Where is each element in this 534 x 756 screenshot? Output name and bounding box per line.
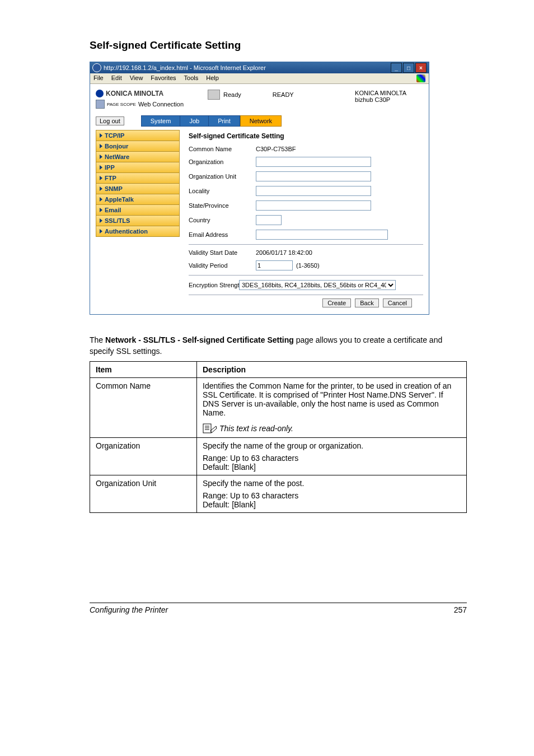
input-validity-period[interactable] (256, 260, 293, 270)
validity-range-hint: (1-3650) (296, 262, 320, 269)
menu-help[interactable]: Help (206, 74, 219, 82)
menu-edit[interactable]: Edit (111, 74, 122, 82)
ie-icon (92, 63, 101, 72)
sidebar-item-email[interactable]: Email (96, 205, 180, 216)
select-encryption[interactable]: 3DES_168bits, RC4_128bits, DES_56bits or… (239, 280, 396, 290)
value-common-name: C30P-C753BF (256, 146, 296, 152)
description-table: Item Description Common Name Identifies … (90, 361, 467, 513)
input-organization[interactable] (256, 157, 371, 167)
label-state: State/Province (189, 202, 256, 209)
input-country[interactable] (256, 215, 282, 225)
sidebar-item-ipp[interactable]: IPP (96, 162, 180, 173)
sidebar-item-authentication[interactable]: Authentication (96, 226, 180, 237)
menu-file[interactable]: File (93, 74, 104, 82)
body-paragraph: The Network - SSL/TLS - Self-signed Cert… (90, 335, 467, 357)
desc-range: Range: Up to 63 characters (203, 454, 461, 463)
sidebar-item-label: Email (105, 207, 121, 213)
label-email: Email Address (189, 231, 256, 238)
sidebar-item-label: NetWare (105, 153, 129, 160)
back-button[interactable]: Back (355, 298, 378, 307)
page-footer: Configuring the Printer 257 (90, 603, 467, 614)
desc-range: Range: Up to 63 characters (203, 491, 461, 500)
table-row: Organization Specify the name of the gro… (90, 438, 467, 475)
sidebar-item-label: AppleTalk (105, 196, 134, 203)
create-button[interactable]: Create (322, 298, 351, 307)
sidebar-item-label: FTP (105, 175, 116, 181)
sidebar-item-label: Bonjour (105, 143, 128, 150)
label-common-name: Common Name (189, 146, 256, 152)
desc-text: Specify the name of the post. (203, 479, 461, 488)
sidebar-item-label: TCP/IP (105, 132, 124, 139)
label-country: Country (189, 217, 256, 223)
sidebar-item-label: Authentication (105, 228, 148, 235)
chevron-right-icon (100, 208, 102, 212)
input-locality[interactable] (256, 186, 371, 196)
menu-favorites[interactable]: Favorites (151, 74, 176, 82)
sidebar-item-snmp[interactable]: SNMP (96, 184, 180, 194)
windows-flag-icon (416, 74, 425, 82)
webconnection-label: PAGE SCOPE Web Connection (96, 100, 196, 109)
header-brand-right: KONICA MINOLTA (355, 90, 406, 96)
sidebar-item-tcpip[interactable]: TCP/IP (96, 130, 180, 141)
note-icon (203, 423, 217, 434)
tab-system[interactable]: System (141, 115, 181, 127)
chevron-right-icon (100, 176, 102, 180)
form-area: Self-signed Certificate Setting Common N… (180, 130, 423, 306)
cell-desc: Specify the name of the group or organiz… (197, 438, 467, 475)
tab-job[interactable]: Job (180, 115, 209, 127)
status-ready-label: Ready (223, 91, 241, 98)
chevron-right-icon (100, 186, 102, 191)
sidebar-item-appletalk[interactable]: AppleTalk (96, 194, 180, 205)
chevron-right-icon (100, 155, 102, 159)
desc-text: Identifies the Common Name for the print… (203, 381, 451, 417)
brand-text: KONICA MINOLTA (106, 90, 163, 97)
status-ready-value: READY (273, 91, 294, 98)
chevron-right-icon (100, 133, 102, 138)
close-button[interactable]: × (415, 63, 427, 73)
menubar: File Edit View Favorites Tools Help (90, 73, 429, 84)
footer-page: 257 (454, 605, 467, 614)
sidebar-item-ftp[interactable]: FTP (96, 173, 180, 184)
body-bold: Network - SSL/TLS - Self-signed Certific… (105, 335, 294, 344)
sidebar-item-bonjour[interactable]: Bonjour (96, 141, 180, 152)
chevron-right-icon (100, 144, 102, 148)
input-email[interactable] (256, 230, 388, 240)
desc-default: Default: [Blank] (203, 463, 461, 472)
printer-icon (208, 90, 220, 100)
webconnection-text: Web Connection (138, 101, 184, 108)
input-state[interactable] (256, 200, 371, 211)
minimize-button[interactable]: _ (391, 63, 402, 73)
menu-tools[interactable]: Tools (184, 74, 199, 82)
input-organization-unit[interactable] (256, 171, 371, 181)
sidebar-item-label: IPP (105, 164, 115, 171)
footer-left: Configuring the Printer (90, 605, 168, 614)
brand-dot-icon (96, 90, 104, 97)
cell-item: Common Name (90, 378, 197, 438)
chevron-right-icon (100, 165, 102, 170)
value-validity-start: 2006/01/17 18:42:00 (256, 249, 312, 256)
cell-desc: Identifies the Common Name for the print… (197, 378, 467, 438)
titlebar: http://192.168.1.2/a_index.html - Micros… (90, 62, 429, 73)
header-model: bizhub C30P (355, 96, 406, 103)
body-pre: The (90, 335, 105, 344)
brand-logo: KONICA MINOLTA (96, 90, 196, 97)
label-validity-start: Validity Start Date (189, 249, 256, 256)
logout-button[interactable]: Log out (96, 116, 124, 125)
tab-network[interactable]: Network (240, 115, 282, 127)
form-title: Self-signed Certificate Setting (189, 132, 423, 140)
sidebar-item-label: SNMP (105, 185, 123, 192)
desc-text: Specify the name of the group or organiz… (203, 441, 461, 450)
maximize-button[interactable]: □ (403, 63, 414, 73)
sidebar-item-netware[interactable]: NetWare (96, 152, 180, 162)
chevron-right-icon (100, 197, 102, 202)
cell-desc: Specify the name of the post. Range: Up … (197, 475, 467, 513)
pagescope-prefix: PAGE SCOPE (107, 102, 136, 107)
pagescope-cube-icon (96, 100, 105, 109)
tab-print[interactable]: Print (209, 115, 240, 127)
sidebar-item-ssltls[interactable]: SSL/TLS (96, 216, 180, 226)
cancel-button[interactable]: Cancel (383, 298, 412, 307)
menu-view[interactable]: View (130, 74, 143, 82)
note-text: This text is read-only. (219, 424, 293, 433)
browser-window: http://192.168.1.2/a_index.html - Micros… (90, 62, 429, 315)
section-title: Self-signed Certificate Setting (90, 39, 467, 52)
